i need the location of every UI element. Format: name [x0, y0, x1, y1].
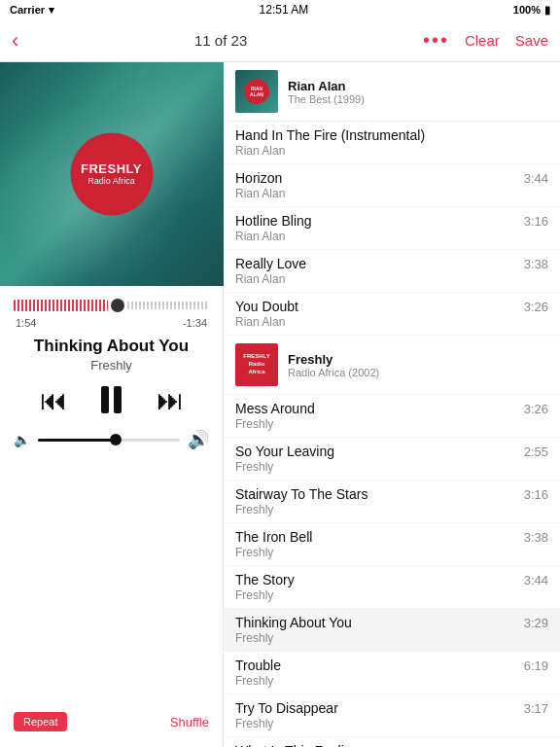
pause-button[interactable] — [94, 382, 129, 417]
waveform-remaining — [127, 302, 209, 309]
song-artist-text: Freshly — [235, 460, 548, 474]
album-art: FRESHLY Radio Africa — [0, 62, 224, 286]
song-title-text: Horizon — [235, 170, 282, 186]
song-duration: 3:38 — [524, 530, 548, 545]
song-artist-text: Rian Alan — [235, 315, 548, 329]
song-artist-text: Freshly — [235, 546, 548, 559]
album-label-subtitle: Radio Africa — [88, 176, 135, 188]
time-row: 1:54 -1:34 — [14, 317, 209, 329]
album-2-info: Freshly Radio Africa (2002) — [288, 352, 379, 378]
song-title-text: Thinking About You — [235, 615, 352, 630]
song-title-row: Horizon 3:44 — [235, 170, 548, 186]
song-title-row: Hotline Bling 3:16 — [235, 213, 548, 229]
pause-bar-right — [114, 386, 122, 413]
album-2-artist: Freshly — [288, 352, 379, 367]
song-title-row: Mess Around 3:26 — [235, 401, 548, 416]
song-artist-text: Rian Alan — [235, 272, 548, 286]
song-duration: 3:17 — [524, 701, 548, 716]
list-item[interactable]: What Is This Feeling Freshly — [224, 737, 560, 747]
list-item[interactable]: Stairway To The Stars 3:16 Freshly — [224, 480, 560, 523]
song-title-row: You Doubt 3:26 — [235, 299, 548, 314]
song-title-row: What Is This Feeling — [235, 743, 548, 747]
song-title-text: So Your Leaving — [235, 444, 334, 459]
status-battery: 100% ▮ — [513, 4, 550, 17]
clear-button[interactable]: Clear — [465, 32, 500, 49]
album-2-divider: FRESHLYRadioAfrica Freshly Radio Africa … — [224, 336, 560, 395]
song-duration: 3:29 — [524, 616, 548, 630]
song-title-text: Hotline Bling — [235, 213, 312, 229]
list-item[interactable]: Hand In The Fire (Instrumental) Rian Ala… — [224, 122, 560, 164]
song-duration: 3:26 — [524, 300, 548, 314]
song-artist-text: Freshly — [235, 717, 548, 730]
volume-low-icon: 🔈 — [14, 432, 30, 447]
volume-control: 🔈 🔊 — [0, 421, 223, 458]
rewind-button[interactable]: ⏮ — [40, 384, 67, 416]
song-title-text: Mess Around — [235, 401, 315, 416]
status-time: 12:51 AM — [260, 3, 309, 17]
song-artist-text: Freshly — [235, 631, 548, 645]
list-item[interactable]: Hotline Bling 3:16 Rian Alan — [224, 207, 560, 250]
list-item[interactable]: Mess Around 3:26 Freshly — [224, 395, 560, 438]
song-duration: 3:44 — [524, 573, 548, 587]
song-title-row: Stairway To The Stars 3:16 — [235, 486, 548, 502]
volume-track[interactable] — [38, 439, 180, 442]
song-title-text: Try To Disappear — [235, 700, 338, 716]
list-item[interactable]: You Doubt 3:26 Rian Alan — [224, 293, 560, 336]
list-item[interactable]: The Story 3:44 Freshly — [224, 566, 560, 609]
album-2-album: Radio Africa (2002) — [288, 367, 379, 378]
more-button[interactable]: ••• — [423, 29, 449, 52]
forward-button[interactable]: ⏭ — [157, 384, 184, 416]
album-1-info: Rian Alan The Best (1999) — [288, 79, 365, 105]
song-title-row: The Iron Bell 3:38 — [235, 529, 548, 545]
list-item[interactable]: Thinking About You 3:29 Freshly — [224, 609, 560, 652]
song-title-row: The Story 3:44 — [235, 572, 548, 587]
list-item[interactable]: The Iron Bell 3:38 Freshly — [224, 523, 560, 566]
list-item[interactable]: Try To Disappear 3:17 Freshly — [224, 694, 560, 737]
album-1-thumbnail: RIANALAN — [235, 70, 278, 113]
time-remaining: -1:34 — [183, 317, 207, 329]
progress-thumb — [111, 299, 124, 312]
song-duration: 3:44 — [524, 171, 548, 186]
album-2-thumbnail: FRESHLYRadioAfrica — [235, 343, 278, 386]
song-artist-text: Freshly — [235, 503, 548, 516]
wifi-icon: ▾ — [49, 4, 54, 17]
song-artist-text: Rian Alan — [235, 230, 548, 243]
progress-section: 1:54 -1:34 — [0, 286, 223, 333]
song-title-row: Hand In The Fire (Instrumental) — [235, 127, 548, 143]
song-title-row: Thinking About You 3:29 — [235, 615, 548, 630]
song-artist-text: Freshly — [235, 674, 548, 688]
status-carrier: Carrier ▾ — [10, 4, 54, 17]
list-item[interactable]: Trouble 6:19 Freshly — [224, 652, 560, 694]
carrier-text: Carrier — [10, 4, 45, 16]
song-artist-text: Rian Alan — [235, 187, 548, 200]
song-duration: 6:19 — [524, 658, 548, 673]
nav-bar: ‹ 11 of 23 ••• Clear Save — [0, 19, 560, 62]
waveform-played — [14, 300, 108, 311]
list-item[interactable]: So Your Leaving 2:55 Freshly — [224, 438, 560, 480]
song-title-text: Stairway To The Stars — [235, 486, 368, 502]
shuffle-button[interactable]: Shuffle — [170, 715, 209, 729]
player-panel: FRESHLY Radio Africa 1:54 -1:34 Thinking… — [0, 62, 224, 747]
album-label-title: FRESHLY — [81, 160, 142, 176]
song-title-text: The Story — [235, 572, 295, 587]
playback-controls: ⏮ ⏭ — [40, 382, 184, 417]
song-title-text: Trouble — [235, 658, 281, 673]
main-content: FRESHLY Radio Africa 1:54 -1:34 Thinking… — [0, 62, 560, 747]
list-item[interactable]: Really Love 3:38 Rian Alan — [224, 250, 560, 293]
song-duration: 2:55 — [524, 445, 548, 459]
song-duration: 3:26 — [524, 402, 548, 416]
list-item[interactable]: Horizon 3:44 Rian Alan — [224, 164, 560, 207]
volume-fill — [38, 439, 116, 442]
progress-bar[interactable] — [14, 296, 209, 315]
song-artist-text: Rian Alan — [235, 144, 548, 158]
repeat-button[interactable]: Repeat — [14, 712, 67, 731]
save-button[interactable]: Save — [515, 32, 548, 49]
now-playing-title: Thinking About You — [24, 337, 198, 356]
volume-high-icon: 🔊 — [188, 429, 209, 450]
song-title-text: Really Love — [235, 256, 306, 271]
song-duration: 3:16 — [524, 487, 548, 502]
album-1-album: The Best (1999) — [288, 93, 365, 105]
back-button[interactable]: ‹ — [12, 28, 18, 53]
song-duration: 3:16 — [524, 214, 548, 229]
battery-text: 100% — [513, 4, 541, 16]
